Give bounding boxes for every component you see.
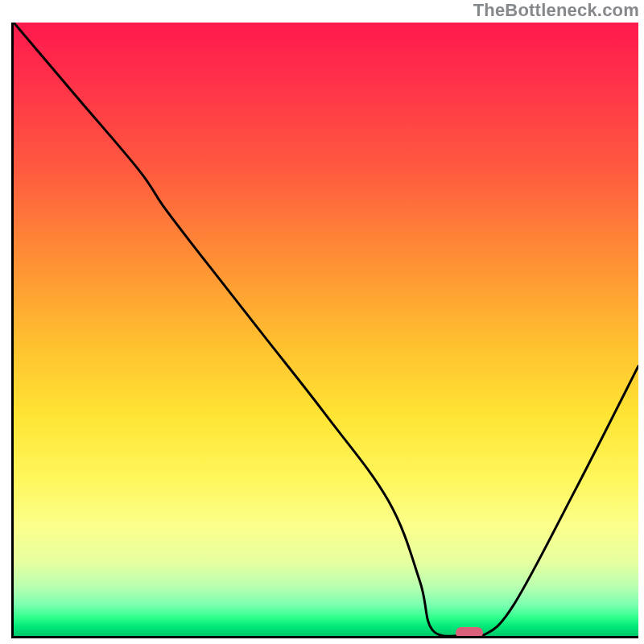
valley-marker bbox=[456, 627, 483, 636]
curve-svg bbox=[14, 23, 638, 636]
watermark-text: TheBottleneck.com bbox=[473, 0, 639, 21]
plot-area bbox=[14, 23, 638, 636]
bottleneck-curve bbox=[14, 23, 638, 636]
plot-axes bbox=[11, 23, 638, 638]
chart-frame: TheBottleneck.com bbox=[0, 0, 644, 644]
